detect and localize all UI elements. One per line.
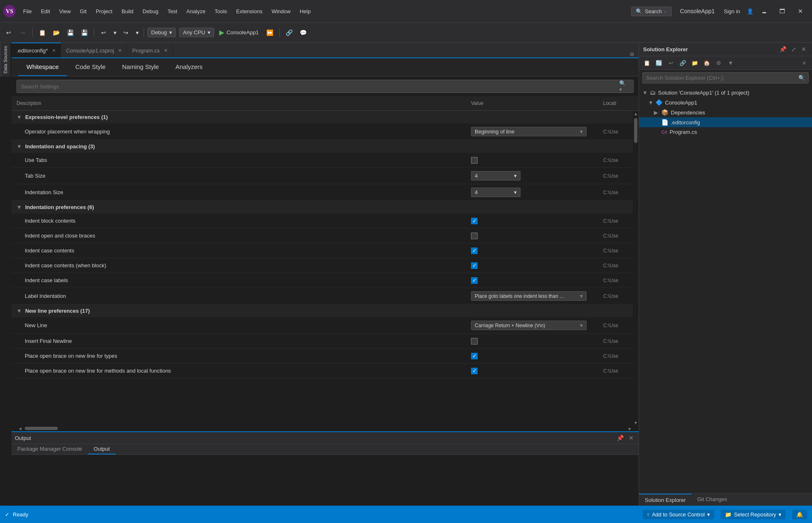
se-properties-button[interactable]: 📋: [642, 58, 652, 68]
redo-dropdown[interactable]: ▾: [134, 27, 140, 38]
scroll-thumb[interactable]: [634, 118, 637, 143]
se-close-button[interactable]: ✕: [800, 45, 808, 53]
menu-build[interactable]: Build: [117, 7, 137, 16]
dropdown-new-line[interactable]: Carriage Return + Newline (\r\n) ▾: [471, 321, 587, 330]
dropdown-operator-placement[interactable]: Beginning of line ▾: [471, 127, 587, 136]
se-tab-solution-explorer[interactable]: Solution Explorer: [639, 494, 691, 506]
global-search[interactable]: 🔍 Search ⌕: [631, 7, 672, 16]
notification-button[interactable]: 🔔: [792, 510, 807, 519]
se-extra-button[interactable]: ≡: [799, 58, 810, 68]
se-settings-button[interactable]: ⚙: [713, 58, 724, 68]
value-tab-size[interactable]: 4 ▾: [468, 170, 600, 181]
value-operator-placement[interactable]: Beginning of line ▾: [468, 126, 600, 137]
menu-file[interactable]: File: [19, 7, 36, 16]
tree-solution[interactable]: ▼ 🗂 Solution 'ConsoleApp1' (1 of 1 proje…: [639, 88, 812, 97]
value-indentation-size[interactable]: 4 ▾: [468, 187, 600, 198]
menu-test[interactable]: Test: [163, 7, 182, 16]
checkbox-indent-block[interactable]: ✓: [471, 218, 478, 224]
output-pin-button[interactable]: 📌: [615, 434, 625, 442]
se-sync-button[interactable]: 🔗: [677, 58, 688, 68]
tab-settings-icon[interactable]: ⚙: [625, 51, 639, 57]
save-button[interactable]: 💾: [64, 27, 76, 38]
menu-tools[interactable]: Tools: [211, 7, 231, 16]
search-settings-icon[interactable]: 🔍 ▾: [616, 80, 633, 93]
dropdown-indentation-size[interactable]: 4 ▾: [471, 188, 521, 197]
debug-config-dropdown[interactable]: Debug ▾: [147, 28, 176, 37]
menu-window[interactable]: Window: [268, 7, 295, 16]
value-indent-case-block[interactable]: ✓: [468, 262, 600, 270]
value-insert-final-newline[interactable]: [468, 337, 600, 345]
sign-in-button[interactable]: Sign in: [720, 7, 744, 16]
tab-code-style[interactable]: Code Style: [67, 58, 114, 76]
se-search-box[interactable]: 🔍: [642, 72, 809, 83]
hscroll-thumb[interactable]: [25, 427, 58, 430]
tab-csproj[interactable]: ConsoleApp1.csproj ✕: [61, 43, 127, 57]
section-indentation-prefs[interactable]: ▼ Indentation preferences (6): [12, 201, 633, 214]
tab-whitespace[interactable]: Whitespace: [18, 58, 67, 76]
se-collapse-button[interactable]: 📁: [689, 58, 700, 68]
maximize-button[interactable]: 🗖: [774, 5, 791, 17]
close-button[interactable]: ✕: [792, 5, 809, 17]
section-new-line[interactable]: ▼ New line preferences (17): [12, 304, 633, 317]
cpu-config-dropdown[interactable]: Any CPU ▾: [179, 28, 214, 37]
output-close-button[interactable]: ✕: [627, 434, 635, 442]
se-refresh-button[interactable]: 🔄: [653, 58, 664, 68]
menu-extensions[interactable]: Extensions: [232, 7, 267, 16]
person-icon[interactable]: 👤: [744, 7, 756, 16]
value-open-brace-methods[interactable]: ✓: [468, 367, 600, 375]
open-button[interactable]: 📂: [50, 27, 62, 38]
menu-edit[interactable]: Edit: [37, 7, 54, 16]
se-expand-button[interactable]: ⤢: [790, 45, 798, 53]
tree-editorconfig[interactable]: ▶ 📄 .editorconfig: [639, 117, 812, 127]
se-history-back-button[interactable]: ↩: [665, 58, 676, 68]
search-settings-input[interactable]: [17, 81, 616, 92]
dropdown-label-indentation[interactable]: Place goto labels one indent less than c…: [471, 291, 587, 301]
redo-button[interactable]: ↪: [120, 27, 132, 38]
tab-csproj-close[interactable]: ✕: [118, 48, 122, 53]
menu-analyze[interactable]: Analyze: [182, 7, 209, 16]
value-indent-braces[interactable]: [468, 232, 600, 240]
save-all-button[interactable]: 💾: [78, 27, 90, 38]
run-button[interactable]: ▶ ConsoleApp1: [216, 27, 262, 38]
value-indent-case-labels[interactable]: ✓: [468, 276, 600, 285]
hscroll-right-button[interactable]: ►: [627, 426, 633, 431]
checkbox-indent-case-block[interactable]: ✓: [471, 262, 478, 269]
value-indent-block[interactable]: ✓: [468, 217, 600, 225]
hscroll-left-button[interactable]: ◄: [17, 426, 23, 431]
section-expression-level[interactable]: ▼ Expression-level preferences (1): [12, 111, 633, 124]
se-tab-git-changes[interactable]: Git Changes: [691, 494, 733, 506]
checkbox-open-brace-types[interactable]: ✓: [471, 353, 478, 359]
tab-naming-style[interactable]: Naming Style: [114, 58, 167, 76]
feedback-button[interactable]: 💬: [297, 27, 310, 38]
new-project-button[interactable]: 📋: [36, 27, 48, 38]
menu-project[interactable]: Project: [92, 7, 116, 16]
tab-editorconfig[interactable]: .editorconfig* ✕: [12, 43, 61, 57]
tab-package-manager[interactable]: Package Manager Console: [12, 444, 88, 454]
checkbox-open-brace-methods[interactable]: ✓: [471, 368, 478, 374]
se-pin-button[interactable]: 📌: [778, 45, 788, 53]
se-search-icon[interactable]: 🔍: [795, 73, 808, 83]
value-new-line[interactable]: Carriage Return + Newline (\r\n) ▾: [468, 320, 600, 331]
tab-editorconfig-close[interactable]: ✕: [52, 48, 56, 53]
back-button[interactable]: ↩: [2, 27, 15, 38]
search-settings-box[interactable]: 🔍 ▾: [17, 80, 634, 93]
tab-analyzers[interactable]: Analyzers: [167, 58, 211, 76]
checkbox-indent-case-labels[interactable]: ✓: [471, 277, 478, 284]
add-source-control-button[interactable]: ↑ Add to Source Control ▾: [643, 510, 714, 519]
value-use-tabs[interactable]: [468, 156, 600, 164]
tree-project[interactable]: ▼ 🔷 ConsoleApp1: [639, 97, 812, 107]
checkbox-indent-braces[interactable]: [471, 233, 478, 239]
value-label-indentation[interactable]: Place goto labels one indent less than c…: [468, 290, 600, 302]
minimize-button[interactable]: 🗕: [756, 5, 772, 17]
checkbox-indent-case-contents[interactable]: ✓: [471, 247, 478, 254]
tab-programcs-close[interactable]: ✕: [164, 48, 168, 53]
se-home-button[interactable]: 🏠: [701, 58, 712, 68]
undo-dropdown[interactable]: ▾: [111, 27, 118, 38]
scroll-down-button[interactable]: ▼: [633, 420, 639, 426]
live-share-button[interactable]: 🔗: [283, 27, 296, 38]
se-filter-button[interactable]: ▼: [725, 58, 736, 68]
undo-button[interactable]: ↩: [97, 27, 110, 38]
forward-button[interactable]: ↪: [17, 27, 29, 38]
scroll-up-button[interactable]: ▲: [633, 111, 639, 116]
checkbox-use-tabs[interactable]: [471, 157, 478, 164]
